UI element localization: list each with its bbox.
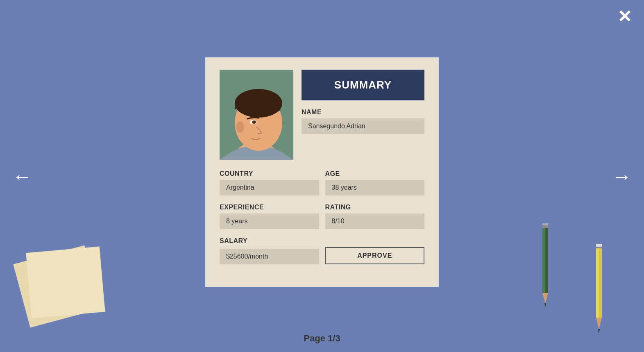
country-label: COUNTRY <box>220 170 319 177</box>
rating-value: 8/10 <box>325 213 425 229</box>
country-group: COUNTRY Argentina <box>220 170 319 195</box>
salary-label: SALARY <box>220 237 424 245</box>
summary-card: SUMMARY NAME Sansegundo Adrian COUNTRY A… <box>205 57 439 287</box>
svg-rect-11 <box>596 244 602 247</box>
country-age-row: COUNTRY Argentina AGE 38 years <box>220 170 424 195</box>
name-row: NAME Sansegundo Adrian <box>302 109 424 134</box>
svg-marker-3 <box>544 303 546 307</box>
salary-approve-row: $25600/month APPROVE <box>220 247 424 264</box>
summary-title: SUMMARY <box>302 70 424 100</box>
paper-front <box>26 246 105 318</box>
decorative-papers <box>12 237 107 319</box>
page-indicator: Page 1/3 <box>304 333 340 344</box>
age-value: 38 years <box>325 180 425 195</box>
svg-marker-8 <box>596 318 602 329</box>
experience-rating-row: EXPERIENCE 8 years RATING 8/10 <box>220 204 424 229</box>
rating-label: RATING <box>325 204 425 211</box>
salary-value: $25600/month <box>220 249 319 264</box>
svg-rect-5 <box>542 223 548 225</box>
svg-marker-9 <box>598 329 600 334</box>
svg-point-18 <box>252 120 256 124</box>
svg-rect-1 <box>542 227 545 293</box>
age-group: AGE 38 years <box>325 170 425 195</box>
svg-marker-2 <box>542 293 548 303</box>
country-value: Argentina <box>220 180 319 195</box>
experience-label: EXPERIENCE <box>220 204 319 211</box>
svg-rect-4 <box>542 225 548 228</box>
card-top: SUMMARY NAME Sansegundo Adrian <box>220 70 424 160</box>
yellow-pencil-icon <box>595 244 603 340</box>
age-label: AGE <box>325 170 425 177</box>
avatar <box>220 70 293 160</box>
close-button[interactable]: ✕ <box>617 8 632 25</box>
rating-group: RATING 8/10 <box>325 204 425 229</box>
dark-pencil-icon <box>541 223 550 311</box>
summary-box: SUMMARY NAME Sansegundo Adrian <box>302 70 424 138</box>
approve-button[interactable]: APPROVE <box>325 247 425 264</box>
svg-rect-7 <box>596 248 599 318</box>
svg-point-15 <box>236 121 244 133</box>
name-label: NAME <box>302 109 424 116</box>
experience-value: 8 years <box>220 213 319 229</box>
salary-row: SALARY $25600/month APPROVE <box>220 237 424 264</box>
nav-arrow-left[interactable]: ← <box>12 165 32 187</box>
name-value: Sansegundo Adrian <box>302 118 424 134</box>
nav-arrow-right[interactable]: → <box>612 165 632 187</box>
experience-group: EXPERIENCE 8 years <box>220 204 319 229</box>
